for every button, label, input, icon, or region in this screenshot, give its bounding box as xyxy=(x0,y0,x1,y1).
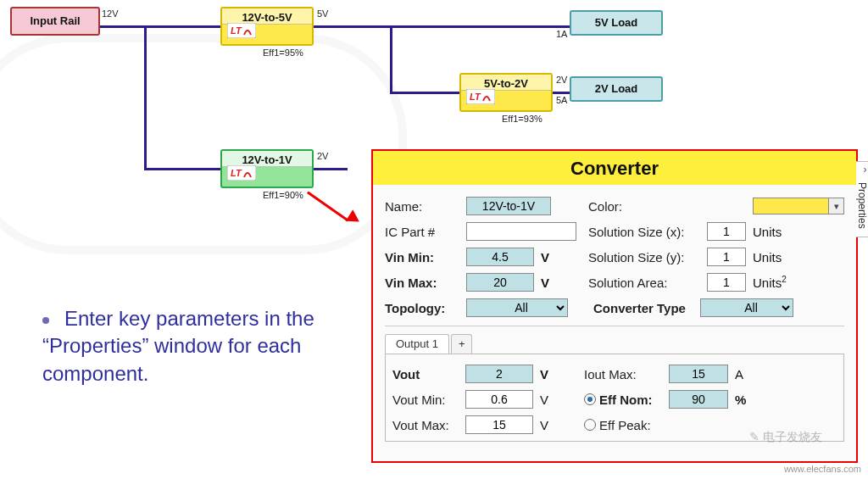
properties-side-tab[interactable]: › Properties xyxy=(856,161,868,237)
ioutmax-input[interactable] xyxy=(669,365,728,383)
wire xyxy=(390,92,459,94)
label-vout: Vout xyxy=(392,367,465,382)
panel-form: Name: Color: ▾ IC Part # Solution Size (… xyxy=(373,185,856,448)
unit-vinmax: V xyxy=(534,276,559,290)
label-icpart: IC Part # xyxy=(385,225,466,239)
tab-add-button[interactable]: + xyxy=(451,334,473,354)
svg-text:LT: LT xyxy=(231,25,242,36)
unit-vout: V xyxy=(533,367,559,382)
block-5v-to-2v[interactable]: 5V-to-2V LT xyxy=(459,73,553,112)
convtype-select[interactable]: All xyxy=(700,298,793,317)
color-swatch[interactable] xyxy=(753,198,829,214)
label-vinmax: Vin Max: xyxy=(385,276,466,290)
unit-ioutmax: A xyxy=(728,367,754,382)
block-12v-to-1v[interactable]: 12V-to-1V LT xyxy=(220,149,314,188)
block-label: 5V Load xyxy=(571,16,661,29)
radio-effpeak[interactable] xyxy=(584,419,596,431)
label-color: Color: xyxy=(588,199,639,214)
divider xyxy=(385,326,844,326)
pin-label: 12V xyxy=(102,8,119,19)
source-logo-watermark: ✎ 电子发烧友 xyxy=(721,430,822,457)
block-label: 12V-to-1V xyxy=(222,153,312,166)
eff-label: Eff1=90% xyxy=(263,190,303,200)
block-label: 2V Load xyxy=(571,82,661,95)
unit-soly: Units xyxy=(746,250,788,265)
block-input-rail[interactable]: Input Rail xyxy=(10,7,100,36)
block-2v-load[interactable]: 2V Load xyxy=(570,76,663,102)
pin-label: 5V xyxy=(317,8,328,19)
pin-label: 2V xyxy=(556,75,567,85)
wire xyxy=(144,25,147,170)
vout-input[interactable] xyxy=(465,365,533,383)
block-label: Input Rail xyxy=(12,14,98,27)
label-sola: Solution Area: xyxy=(588,276,690,290)
callout-arrow-head-icon xyxy=(346,209,363,227)
solx-input[interactable] xyxy=(707,222,746,241)
label-name: Name: xyxy=(385,199,466,214)
effnom-input[interactable] xyxy=(669,390,728,409)
wire xyxy=(100,25,220,28)
pin-label: 2V xyxy=(317,151,328,161)
pin-label: 5A xyxy=(556,95,567,105)
eff-label: Eff1=95% xyxy=(263,47,303,58)
svg-text:LT: LT xyxy=(470,92,481,102)
icpart-input[interactable] xyxy=(466,222,576,241)
block-label: 5V-to-2V xyxy=(461,77,551,90)
eff-label: Eff1=93% xyxy=(502,114,542,124)
panel-title: Converter xyxy=(373,151,856,185)
wire xyxy=(314,168,348,170)
label-effnom: Eff Nom: xyxy=(599,393,669,407)
label-voutmax: Vout Max: xyxy=(392,418,465,432)
wire xyxy=(390,25,392,93)
lt-icon: LT xyxy=(466,89,495,108)
bullet-dot-icon xyxy=(42,317,49,324)
unit-voutmin: V xyxy=(533,393,559,407)
block-label: 12V-to-5V xyxy=(222,11,312,24)
color-dropdown-button[interactable]: ▾ xyxy=(829,198,844,214)
side-tab-label: Properties xyxy=(856,177,868,229)
label-ioutmax: Iout Max: xyxy=(584,367,669,382)
unit-solx: Units xyxy=(746,225,788,239)
label-vinmin: Vin Min: xyxy=(385,250,466,265)
svg-text:LT: LT xyxy=(231,168,242,178)
unit-vinmin: V xyxy=(534,250,559,265)
properties-panel: › Properties Converter Name: Color: ▾ IC… xyxy=(371,149,858,463)
lt-icon: LT xyxy=(227,23,256,42)
vinmin-input[interactable] xyxy=(466,248,534,266)
label-solx: Solution Size (x): xyxy=(588,225,707,239)
soly-input[interactable] xyxy=(707,248,746,266)
wire xyxy=(314,25,570,28)
instruction-bullet: Enter key parameters in the “Properties”… xyxy=(42,305,364,387)
label-convtype: Converter Type xyxy=(593,301,700,315)
unit-sola: Units2 xyxy=(746,275,788,290)
wire xyxy=(553,92,570,94)
chevron-right-icon: › xyxy=(856,162,868,177)
label-effpeak: Eff Peak: xyxy=(599,418,669,432)
unit-effnom: % xyxy=(728,393,754,407)
pin-label: 1A xyxy=(556,29,567,39)
wire xyxy=(144,168,220,170)
sola-input[interactable] xyxy=(707,273,746,292)
callout-arrow-line xyxy=(307,192,348,222)
lt-icon: LT xyxy=(227,165,256,184)
vinmax-input[interactable] xyxy=(466,273,534,292)
block-12v-to-5v[interactable]: 12V-to-5V LT xyxy=(220,7,314,46)
radio-effnom[interactable] xyxy=(584,393,596,405)
source-url-watermark: www.elecfans.com xyxy=(784,464,861,474)
label-voutmin: Vout Min: xyxy=(392,393,465,407)
label-topology: Topology: xyxy=(385,301,466,315)
tab-body: Vout V Iout Max: A Vout Min: V Eff Nom: … xyxy=(385,354,844,442)
voutmax-input[interactable] xyxy=(465,415,533,434)
label-soly: Solution Size (y): xyxy=(588,250,707,265)
topology-select[interactable]: All xyxy=(466,298,568,317)
voutmin-input[interactable] xyxy=(465,390,533,409)
instruction-text: Enter key parameters in the “Properties”… xyxy=(42,307,314,385)
tab-output1[interactable]: Output 1 xyxy=(385,334,449,354)
unit-voutmax: V xyxy=(533,418,559,432)
name-input[interactable] xyxy=(466,197,551,215)
block-5v-load[interactable]: 5V Load xyxy=(570,10,663,36)
